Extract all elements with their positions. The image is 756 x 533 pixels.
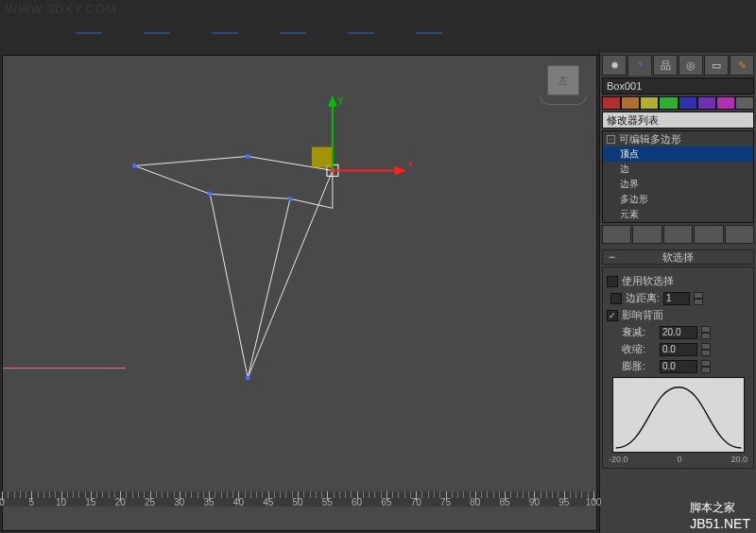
make-unique-button[interactable] [663, 225, 693, 244]
color-swatch-row [602, 96, 754, 110]
timeline-label: 45 [263, 497, 273, 507]
modifier-list-dropdown[interactable]: 修改器列表 [602, 112, 754, 129]
affect-backfacing-label: 影响背面 [622, 308, 663, 322]
use-soft-selection-label: 使用软选择 [622, 274, 674, 288]
collapse-icon[interactable]: - [607, 135, 615, 144]
timeline-label: 25 [145, 497, 155, 507]
svg-point-8 [246, 375, 250, 380]
color-swatch[interactable] [659, 96, 678, 110]
create-tab[interactable]: ✸ [602, 55, 627, 76]
svg-point-5 [246, 154, 250, 159]
svg-point-6 [208, 192, 213, 197]
timeline-label: 10 [56, 497, 66, 507]
stack-root-label: 可编辑多边形 [619, 132, 681, 146]
svg-marker-12 [328, 95, 337, 107]
watermark-jb51: 脚本之家 JB51.NET [690, 499, 750, 531]
display-icon: ▭ [712, 60, 721, 72]
motion-icon: ◎ [686, 60, 696, 72]
color-swatch[interactable] [716, 96, 735, 110]
timeline-label: 40 [233, 497, 244, 507]
timeline-label: 15 [85, 497, 95, 507]
timeline-label: 65 [381, 497, 391, 507]
command-panel: ✸ ◝ 品 ◎ ▭ ✎ Box001 修改器列表 - 可编辑多边形 [599, 53, 756, 533]
timeline-label: 95 [558, 497, 569, 507]
falloff-spinner[interactable]: 20.0 [660, 326, 697, 339]
svg-text:y: y [338, 94, 344, 105]
color-swatch[interactable] [640, 96, 659, 110]
panel-tabs: ✸ ◝ 品 ◎ ▭ ✎ [602, 55, 754, 76]
timeline-label: 100 [586, 497, 602, 507]
modify-tab[interactable]: ◝ [627, 55, 652, 76]
stack-sub-polygon[interactable]: 多边形 [603, 192, 753, 207]
timeline-label: 80 [470, 497, 480, 507]
time-slider-ruler[interactable]: 0510152025303540455055606570758085909510… [2, 491, 595, 507]
timeline-label: 30 [174, 497, 184, 507]
timeline-label: 55 [322, 497, 333, 507]
use-soft-selection-checkbox[interactable] [607, 276, 618, 287]
utilities-icon: ✎ [738, 60, 747, 72]
graph-zero-label: 0 [677, 455, 681, 464]
color-swatch[interactable] [679, 96, 697, 110]
rollout-title: 软选择 [662, 250, 694, 265]
motion-tab[interactable]: ◎ [679, 55, 703, 76]
graph-max-label: 20.0 [730, 455, 747, 464]
color-swatch[interactable] [621, 96, 640, 110]
stack-tool-buttons [602, 225, 754, 244]
object-name-field[interactable]: Box001 [602, 77, 754, 95]
falloff-spinner-arrows[interactable] [701, 326, 711, 339]
timeline-label: 60 [352, 497, 362, 507]
scene-svg: y x [3, 56, 596, 530]
hierarchy-icon: 品 [661, 59, 671, 73]
svg-line-2 [210, 194, 248, 377]
timeline-label: 70 [411, 497, 421, 507]
pin-stack-button[interactable] [602, 225, 631, 244]
timeline-label: 35 [204, 497, 215, 507]
stack-sub-border[interactable]: 边界 [603, 177, 753, 192]
watermark-url: WWW.3DXY.COM [6, 2, 117, 16]
pinch-spinner-arrows[interactable] [701, 343, 711, 356]
stack-sub-edge[interactable]: 边 [603, 162, 753, 177]
rollout-collapse-icon: − [609, 250, 615, 264]
viewport[interactable]: 左 y x [2, 55, 597, 531]
bubble-label: 膨胀: [622, 359, 656, 373]
svg-marker-15 [395, 165, 406, 175]
utilities-tab[interactable]: ✎ [730, 55, 754, 76]
stack-root[interactable]: - 可编辑多边形 [603, 131, 753, 146]
timeline-label: 50 [292, 497, 302, 507]
bubble-spinner[interactable]: 0.0 [660, 360, 697, 373]
timeline-label: 85 [500, 497, 510, 507]
affect-backfacing-checkbox[interactable] [607, 310, 618, 321]
modifier-stack[interactable]: - 可编辑多边形 顶点 边 边界 多边形 元素 [602, 130, 754, 223]
edge-distance-spinner-arrows[interactable] [694, 292, 703, 305]
edge-distance-label: 边距离: [626, 291, 660, 305]
svg-line-1 [248, 198, 290, 377]
show-end-result-button[interactable] [632, 225, 662, 244]
falloff-label: 衰减: [622, 325, 656, 339]
stack-sub-vertex[interactable]: 顶点 [603, 146, 753, 162]
timeline-label: 75 [440, 497, 451, 507]
display-tab[interactable]: ▭ [704, 55, 729, 76]
stack-sub-element[interactable]: 元素 [603, 207, 753, 222]
falloff-graph [612, 377, 745, 453]
edge-distance-spinner[interactable]: 1 [663, 292, 690, 305]
pinch-spinner[interactable]: 0.0 [660, 343, 697, 356]
svg-text:x: x [408, 157, 414, 168]
svg-point-4 [132, 163, 137, 168]
timeline-label: 5 [29, 497, 35, 507]
bubble-spinner-arrows[interactable] [701, 360, 711, 373]
remove-modifier-button[interactable] [694, 225, 723, 244]
timeline-label: 0 [0, 497, 5, 507]
graph-min-label: -20.0 [609, 455, 628, 464]
modify-icon: ◝ [638, 60, 642, 72]
configure-sets-button[interactable] [725, 225, 754, 244]
edge-distance-checkbox[interactable] [610, 293, 622, 304]
top-menu-hints [0, 32, 756, 36]
timeline-label: 90 [529, 497, 540, 507]
color-swatch[interactable] [735, 96, 754, 110]
color-swatch[interactable] [602, 96, 621, 110]
color-swatch[interactable] [697, 96, 716, 110]
hierarchy-tab[interactable]: 品 [653, 55, 678, 76]
soft-selection-rollout-header[interactable]: − 软选择 [602, 249, 754, 265]
svg-point-7 [288, 197, 293, 201]
svg-rect-10 [312, 146, 333, 167]
